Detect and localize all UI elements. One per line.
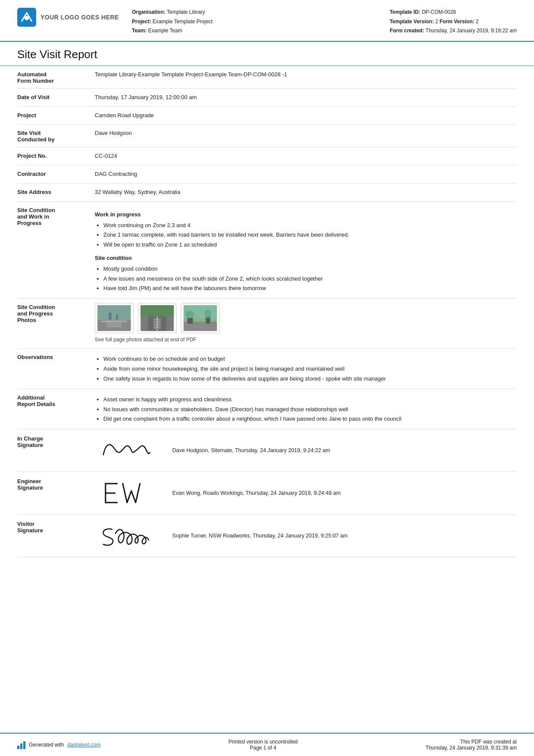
list-item: Work continues to be on schedule and on … — [103, 355, 517, 364]
form-version-value: 2 — [476, 19, 479, 25]
site-condition-list: Mostly good condition A few issues and m… — [103, 265, 517, 293]
list-item: A few issues and messiness on the south … — [103, 275, 517, 284]
field-row-additional: AdditionalReport Details Asset owner is … — [17, 389, 517, 429]
field-label-form-number: AutomatedForm Number — [17, 70, 95, 84]
footer-left: Generated with dashpivot.com — [17, 740, 101, 749]
field-value-form-number: Template Library-Example Template Projec… — [95, 70, 517, 79]
template-id-label: Template ID: — [390, 9, 420, 15]
field-value-additional: Asset owner is happy with progress and c… — [95, 394, 517, 425]
logo-area: YOUR LOGO GOES HERE — [17, 8, 119, 27]
content: AutomatedForm Number Template Library-Ex… — [0, 66, 534, 645]
svg-rect-5 — [101, 321, 127, 322]
work-in-progress-heading: Work in progress — [95, 210, 517, 219]
field-label-site-address: Site Address — [17, 188, 95, 195]
field-row-site-address: Site Address 32 Wallaby Way, Sydney, Aus… — [17, 184, 517, 202]
field-label-observations: Observations — [17, 353, 95, 360]
work-in-progress-list: Work continuing on Zone 2,3 and 4 Zone 1… — [103, 221, 517, 250]
field-row-photos: Site Conditionand ProgressPhotos — [17, 299, 517, 349]
header: YOUR LOGO GOES HERE Organisation: Templa… — [0, 0, 534, 42]
list-item: Mostly good condition — [103, 265, 517, 274]
field-row-observations: Observations Work continues to be on sch… — [17, 349, 517, 389]
header-meta: Organisation: Template Library Project: … — [119, 8, 390, 36]
list-item: Zone 1 tarmac complete, with road barrie… — [103, 231, 517, 240]
photo-thumb-2 — [138, 303, 177, 333]
sig-content-in-charge: Dave Hodgson, Sitemate, Thursday, 24 Jan… — [95, 435, 517, 465]
project-label: Project: — [132, 19, 151, 25]
field-label-project: Project — [17, 111, 95, 119]
field-value-site-condition: Work in progress Work continuing on Zone… — [95, 206, 517, 294]
org-value: Template Library — [167, 9, 205, 15]
list-item: Asset owner is happy with progress and c… — [103, 395, 517, 404]
header-right: Template ID: DP-COM-0028 Template Versio… — [390, 8, 517, 36]
template-id-value: DP-COM-0028 — [422, 9, 456, 15]
svg-rect-8 — [97, 305, 130, 320]
sig-content-visitor: Sophie Turner, NSW Roadworks, Thursday, … — [95, 521, 517, 551]
photos-caption: See full page photos attached at end of … — [95, 336, 517, 344]
list-item: Have told Jim (PM) and he will have the … — [103, 284, 517, 293]
team-value: Example Team — [148, 28, 182, 34]
field-value-project-no: CC-0124 — [95, 152, 517, 161]
field-value-observations: Work continues to be on schedule and on … — [95, 353, 517, 384]
field-value-photos: See full page photos attached at end of … — [95, 303, 517, 344]
list-item: Work continuing on Zone 2,3 and 4 — [103, 221, 517, 230]
field-label-site-condition: Site Conditionand Work inProgress — [17, 206, 95, 226]
photo-thumb-3 — [181, 303, 220, 333]
pdf-created-label: This PDF was created at — [425, 739, 517, 745]
page: YOUR LOGO GOES HERE Organisation: Templa… — [0, 0, 534, 756]
sig-label-engineer: EngineerSignature — [17, 478, 95, 491]
field-label-date-of-visit: Date of Visit — [17, 93, 95, 100]
logo-text: YOUR LOGO GOES HERE — [40, 14, 119, 21]
photos-row — [95, 303, 517, 333]
template-version-label: Template Version: — [390, 19, 434, 25]
footer-center: Printed version is uncontrolled Page 1 o… — [229, 739, 298, 751]
footer-right: This PDF was created at Thursday, 24 Jan… — [425, 739, 517, 751]
org-label: Organisation: — [132, 9, 165, 15]
sig-text-in-charge: Dave Hodgson, Sitemate, Thursday, 24 Jan… — [172, 447, 330, 453]
sig-text-visitor: Sophie Turner, NSW Roadworks, Thursday, … — [172, 533, 348, 539]
svg-point-1 — [25, 16, 29, 20]
field-label-conducted-by: Site VisitConducted by — [17, 129, 95, 143]
signature-row-engineer: EngineerSignature Evan Wong, Roado Worki… — [17, 472, 517, 515]
field-value-site-address: 32 Wallaby Way, Sydney, Australia — [95, 188, 517, 197]
sig-label-visitor: VisitorSignature — [17, 521, 95, 534]
field-value-date-of-visit: Thursday, 17 January 2019, 12:00:00 am — [95, 93, 517, 102]
field-label-additional: AdditionalReport Details — [17, 394, 95, 407]
uncontrolled-text: Printed version is uncontrolled — [229, 739, 298, 745]
dashpivot-link[interactable]: dashpivot.com — [67, 742, 100, 748]
sig-image-engineer — [95, 478, 159, 508]
dashpivot-bar-icon — [17, 740, 25, 749]
field-row-form-number: AutomatedForm Number Template Library-Ex… — [17, 66, 517, 89]
additional-list: Asset owner is happy with progress and c… — [103, 395, 517, 424]
svg-rect-10 — [140, 305, 174, 316]
project-value: Example Template Project — [152, 19, 212, 25]
list-item: Will be open to traffic on Zone 1 as sch… — [103, 241, 517, 250]
field-row-project: Project Camden Road Upgrade — [17, 107, 517, 125]
observations-list: Work continues to be on schedule and on … — [103, 355, 517, 383]
field-value-project: Camden Road Upgrade — [95, 111, 517, 120]
field-row-contractor: Contractor DAG Contracting — [17, 166, 517, 184]
signature-row-visitor: VisitorSignature Sophie Turner, NSW Road… — [17, 515, 517, 557]
spacer — [0, 645, 534, 733]
sig-text-engineer: Evan Wong, Roado Workings, Thursday, 24 … — [172, 490, 341, 496]
svg-rect-20 — [183, 305, 217, 318]
sig-content-engineer: Evan Wong, Roado Workings, Thursday, 24 … — [95, 478, 517, 508]
pdf-created-value: Thursday, 24 January 2019, 9:31:39 am — [425, 745, 517, 751]
photo-thumb-1 — [95, 303, 134, 333]
form-created-label: Form created: — [390, 28, 424, 34]
list-item: Did get one complaint from a traffic con… — [103, 415, 517, 424]
field-label-project-no: Project No. — [17, 152, 95, 159]
page-label: Page 1 of 4 — [229, 745, 298, 751]
footer: Generated with dashpivot.com Printed ver… — [0, 733, 534, 756]
sig-image-visitor — [95, 521, 159, 551]
list-item: No issues with communities or stakeholde… — [103, 405, 517, 414]
sig-image-in-charge — [95, 435, 159, 465]
field-label-contractor: Contractor — [17, 170, 95, 177]
list-item: Aside from some minor housekeeping, the … — [103, 365, 517, 374]
site-condition-heading: Site condition — [95, 254, 517, 263]
report-title: Site Visit Report — [0, 42, 534, 66]
field-row-project-no: Project No. CC-0124 — [17, 147, 517, 166]
template-version-value: 2 — [435, 19, 438, 25]
field-value-conducted-by: Dave Hodgson — [95, 129, 517, 138]
form-version-label: Form Version: — [440, 19, 475, 25]
generated-text: Generated with — [29, 742, 64, 748]
